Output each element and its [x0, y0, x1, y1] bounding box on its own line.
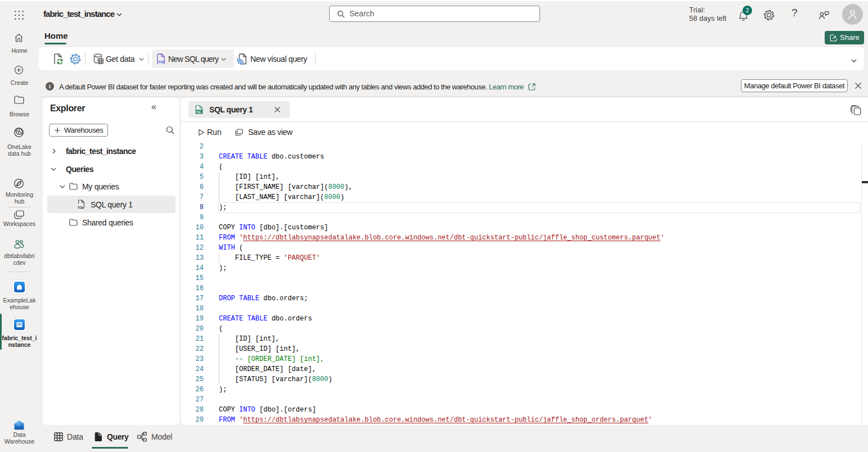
svg-text:SQL: SQL [196, 111, 201, 114]
svg-text:SQL: SQL [159, 60, 166, 64]
svg-text:SQL: SQL [78, 206, 84, 209]
